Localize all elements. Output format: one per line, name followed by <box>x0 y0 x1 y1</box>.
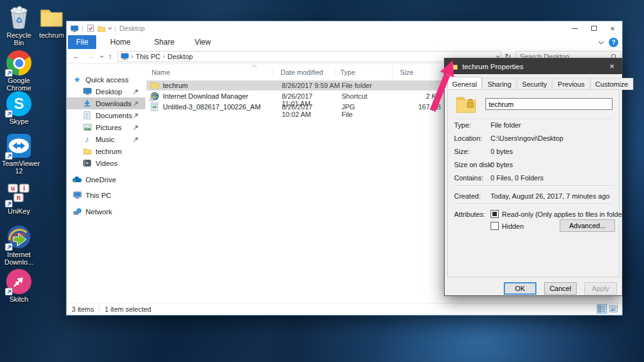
desktop-icon-teamviewer[interactable]: TeamViewer 12 <box>2 133 36 175</box>
computer-icon <box>72 191 82 199</box>
address-dropdown-chevron-icon[interactable] <box>496 54 499 58</box>
sidebar-item-techrum[interactable]: techrum <box>67 145 145 157</box>
music-note-icon: ♪ <box>82 134 92 144</box>
desktop-icon-label: Recycle Bin <box>2 31 36 47</box>
properties-dialog: techrum Properties × General Sharing Sec… <box>444 58 623 296</box>
maximize-button[interactable] <box>584 21 603 35</box>
onedrive-cloud-icon <box>72 177 82 183</box>
shortcut-arrow-icon <box>5 152 13 160</box>
desktop-icon-skype[interactable]: S Skype <box>2 91 36 125</box>
tab-previous-versions[interactable]: Previous Versions <box>553 78 590 90</box>
breadcrumb-this-pc[interactable]: This PC <box>136 53 160 60</box>
tab-file[interactable]: File <box>68 35 96 49</box>
folder-icon <box>39 5 64 30</box>
thumbnail-view-button[interactable] <box>608 304 618 314</box>
desktop-icon-idm[interactable]: Internet Downlo... <box>2 224 36 266</box>
column-header-name[interactable]: Name <box>152 69 170 76</box>
chrome-icon <box>6 50 31 75</box>
selection-count: 1 item selected <box>104 305 151 313</box>
column-header-type[interactable]: Type <box>340 69 355 76</box>
svg-text:i: i <box>23 185 25 192</box>
help-icon[interactable]: ? <box>609 38 618 47</box>
sidebar-item-this-pc[interactable]: This PC <box>67 189 145 201</box>
new-folder-quick-icon[interactable] <box>97 25 106 32</box>
forward-button[interactable]: → <box>86 52 94 61</box>
file-row-techrum[interactable]: techrum 8/26/2017 9:59 AM File folder <box>147 80 443 90</box>
pin-icon <box>133 136 139 144</box>
sidebar-item-network[interactable]: Network <box>67 206 145 217</box>
ok-button[interactable]: OK <box>504 282 536 295</box>
sidebar-item-pictures[interactable]: Pictures <box>67 121 145 133</box>
column-divider[interactable] <box>335 67 335 78</box>
readonly-label: Read-only (Only applies to files in fold… <box>502 211 626 218</box>
readonly-checkbox[interactable] <box>491 210 499 218</box>
svg-text:n: n <box>16 194 20 201</box>
unikey-icon: u i n <box>6 181 31 206</box>
idm-icon <box>6 224 31 250</box>
explorer-titlebar[interactable]: | | Desktop × <box>67 21 622 35</box>
maximize-icon <box>591 26 597 31</box>
desktop-icon-label: UniKey <box>2 207 36 215</box>
column-divider[interactable] <box>273 67 274 78</box>
apply-button[interactable]: Apply <box>584 282 617 295</box>
breadcrumb-separator: › <box>163 53 165 60</box>
folder-icon <box>82 148 92 155</box>
dialog-title: techrum Properties <box>462 63 523 70</box>
tab-share[interactable]: Share <box>147 35 182 49</box>
tab-security[interactable]: Security <box>517 78 552 90</box>
ribbon-collapse-chevron-icon[interactable] <box>598 39 603 44</box>
sidebar-item-music[interactable]: ♪ Music <box>67 133 145 145</box>
folder-name-input[interactable] <box>486 98 613 110</box>
desktop-icon-label: Skitch <box>2 295 36 303</box>
tab-home[interactable]: Home <box>103 35 138 49</box>
status-bar: 3 items 1 item selected <box>67 303 622 315</box>
skitch-icon <box>6 269 31 294</box>
sidebar-item-desktop[interactable]: Desktop <box>67 85 145 97</box>
back-button[interactable]: ← <box>72 52 80 61</box>
pin-icon <box>133 112 139 120</box>
navigation-pane: ★ Quick access Desktop Downloads Documen… <box>67 64 145 303</box>
desktop-icon-recycle-bin[interactable]: ♻ Recycle Bin <box>2 5 36 47</box>
tab-view[interactable]: View <box>187 35 218 49</box>
desktop-icon-label: Internet Downlo... <box>2 251 36 266</box>
sidebar-item-onedrive[interactable]: OneDrive <box>67 173 145 185</box>
close-button[interactable]: × <box>603 21 622 35</box>
breadcrumb-desktop[interactable]: Desktop <box>167 53 192 60</box>
details-view-button[interactable] <box>597 304 607 314</box>
desktop-icon-unikey[interactable]: u i n UniKey <box>2 181 36 215</box>
pin-icon <box>133 124 139 132</box>
picture-icon <box>82 124 92 131</box>
up-button[interactable]: ↑ <box>108 52 113 61</box>
sidebar-item-downloads[interactable]: Downloads <box>67 97 145 109</box>
folder-icon <box>150 81 159 90</box>
sidebar-item-videos[interactable]: Videos <box>67 157 145 169</box>
dialog-titlebar[interactable]: techrum Properties × <box>445 58 622 74</box>
minimize-button[interactable] <box>565 21 584 35</box>
tab-customize[interactable]: Customize <box>591 78 633 90</box>
sidebar-item-quick-access[interactable]: ★ Quick access <box>67 74 145 85</box>
tab-sharing[interactable]: Sharing <box>482 78 516 90</box>
hidden-checkbox[interactable] <box>491 222 499 230</box>
skype-icon: S <box>6 91 31 116</box>
column-header-size[interactable]: Size <box>400 69 413 76</box>
column-header-date-modified[interactable]: Date modified <box>280 69 323 76</box>
dialog-close-button[interactable]: × <box>602 58 622 74</box>
this-pc-icon <box>121 52 129 60</box>
advanced-button[interactable]: Advanced... <box>560 219 615 232</box>
column-divider[interactable] <box>392 67 392 78</box>
divider <box>99 305 99 313</box>
desktop-icon-techrum[interactable]: techrum <box>36 5 67 39</box>
cancel-button[interactable]: Cancel <box>544 282 577 295</box>
desktop-icon-skitch[interactable]: Skitch <box>2 269 36 303</box>
svg-text:♻: ♻ <box>15 16 23 25</box>
window-title: Desktop <box>119 25 145 32</box>
shortcut-arrow-icon <box>5 243 13 251</box>
video-icon <box>82 160 92 167</box>
sidebar-item-documents[interactable]: Documents <box>67 109 145 121</box>
recent-locations-chevron-icon[interactable] <box>100 54 104 58</box>
properties-quick-icon[interactable] <box>87 25 94 32</box>
general-tab-page: Type: File folder Location: C:\Users\ngo… <box>447 89 619 277</box>
qat-customize-chevron-icon[interactable] <box>108 26 112 30</box>
this-pc-window-icon <box>70 25 79 33</box>
desktop-icon-google-chrome[interactable]: Google Chrome <box>2 50 36 92</box>
